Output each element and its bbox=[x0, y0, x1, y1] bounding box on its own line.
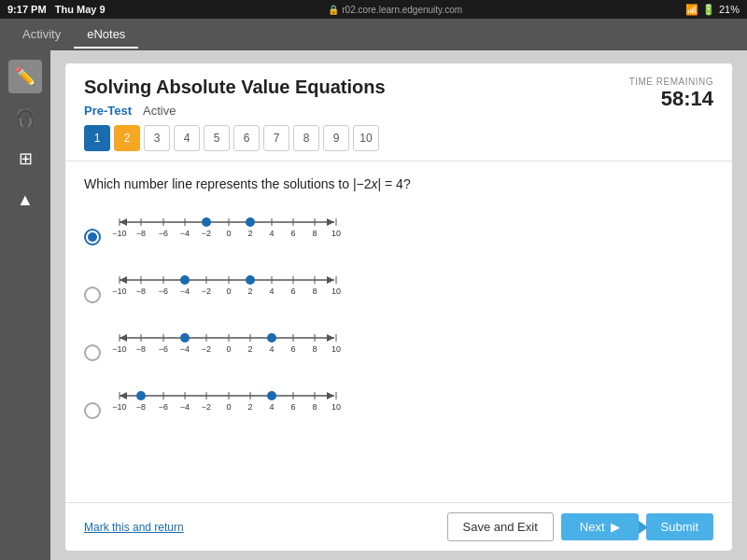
svg-text:2: 2 bbox=[247, 344, 252, 354]
option-c-row[interactable]: −10 −8 −6 −4 −2 0 bbox=[84, 324, 713, 365]
svg-text:2: 2 bbox=[247, 287, 252, 296]
tab-activity[interactable]: Activity bbox=[9, 21, 74, 49]
number-line-d-svg: −10 −8 −6 −4 −2 0 bbox=[110, 382, 344, 423]
sidebar: ✏️ 🎧 ⊞ ▲ bbox=[0, 50, 50, 560]
wifi-icon: 📶 bbox=[685, 4, 698, 16]
next-button[interactable]: Next ▶ bbox=[561, 513, 639, 540]
sidebar-grid-icon[interactable]: ⊞ bbox=[8, 142, 42, 175]
svg-text:−4: −4 bbox=[180, 287, 190, 296]
option-d-row[interactable]: −10 −8 −6 −4 −2 0 bbox=[84, 382, 713, 423]
svg-text:−2: −2 bbox=[202, 287, 211, 296]
tab-enotes[interactable]: eNotes bbox=[74, 21, 138, 49]
radio-b[interactable] bbox=[84, 287, 101, 303]
q-num-5[interactable]: 5 bbox=[204, 125, 230, 151]
svg-text:−10: −10 bbox=[112, 344, 126, 354]
number-line-c-svg: −10 −8 −6 −4 −2 0 bbox=[110, 324, 344, 365]
q-num-3[interactable]: 3 bbox=[144, 125, 170, 151]
svg-text:10: 10 bbox=[331, 229, 341, 238]
svg-text:6: 6 bbox=[290, 287, 295, 296]
q-num-9[interactable]: 9 bbox=[323, 125, 349, 151]
svg-text:−6: −6 bbox=[159, 287, 168, 296]
svg-text:−6: −6 bbox=[159, 402, 168, 412]
radio-c[interactable] bbox=[84, 344, 101, 361]
svg-marker-82 bbox=[120, 392, 127, 399]
svg-text:−4: −4 bbox=[180, 344, 190, 354]
svg-marker-83 bbox=[327, 392, 334, 399]
card-title: Solving Absolute Value Equations bbox=[84, 77, 713, 98]
svg-marker-29 bbox=[327, 276, 334, 284]
subtitle-row: Pre-Test Active bbox=[84, 104, 713, 118]
svg-text:−4: −4 bbox=[180, 229, 190, 238]
radio-d[interactable] bbox=[84, 402, 101, 419]
svg-text:8: 8 bbox=[312, 402, 317, 412]
svg-marker-28 bbox=[120, 276, 127, 284]
svg-marker-1 bbox=[120, 218, 127, 226]
submit-button[interactable]: Submit bbox=[646, 513, 713, 540]
card-footer: Mark this and return Save and Exit Next … bbox=[65, 502, 732, 551]
option-b-row[interactable]: −10 −8 −6 −4 −2 0 bbox=[84, 266, 713, 307]
pre-test-label: Pre-Test bbox=[84, 104, 132, 118]
svg-text:−2: −2 bbox=[202, 344, 211, 354]
status-url: 🔒 r02.core.learn.edgenuity.com bbox=[328, 5, 462, 15]
svg-text:−2: −2 bbox=[202, 402, 211, 412]
svg-text:10: 10 bbox=[331, 287, 341, 296]
radio-a[interactable] bbox=[84, 229, 101, 245]
svg-text:−10: −10 bbox=[112, 402, 126, 412]
svg-point-53 bbox=[246, 275, 255, 285]
sidebar-headphone-icon[interactable]: 🎧 bbox=[8, 101, 42, 134]
svg-text:6: 6 bbox=[290, 229, 295, 238]
svg-point-25 bbox=[202, 217, 211, 227]
svg-point-106 bbox=[136, 391, 146, 400]
time-value: 58:14 bbox=[629, 87, 713, 111]
svg-text:−8: −8 bbox=[136, 287, 146, 296]
svg-text:2: 2 bbox=[247, 229, 252, 238]
main-layout: ✏️ 🎧 ⊞ ▲ Solving Absolute Value Equation… bbox=[0, 50, 747, 560]
svg-marker-56 bbox=[327, 334, 334, 342]
svg-text:−8: −8 bbox=[136, 402, 146, 412]
q-num-8[interactable]: 8 bbox=[293, 125, 319, 151]
svg-text:2: 2 bbox=[247, 402, 252, 412]
time-remaining: TIME REMAINING 58:14 bbox=[629, 77, 713, 111]
question-body: Which number line represents the solutio… bbox=[65, 161, 732, 502]
next-arrow-icon: ▶ bbox=[611, 520, 620, 534]
q-num-2[interactable]: 2 bbox=[114, 125, 140, 151]
svg-text:4: 4 bbox=[269, 402, 274, 412]
q-num-6[interactable]: 6 bbox=[233, 125, 260, 151]
sidebar-up-icon[interactable]: ▲ bbox=[8, 183, 42, 217]
svg-text:−10: −10 bbox=[112, 287, 126, 296]
battery-icon: 🔋 bbox=[702, 4, 715, 16]
time-label: TIME REMAINING bbox=[629, 77, 713, 87]
number-line-b: −10 −8 −6 −4 −2 0 bbox=[110, 266, 344, 307]
save-exit-button[interactable]: Save and Exit bbox=[447, 512, 554, 541]
svg-marker-2 bbox=[327, 218, 334, 226]
svg-marker-55 bbox=[120, 334, 127, 342]
svg-text:8: 8 bbox=[312, 287, 317, 296]
svg-text:4: 4 bbox=[269, 229, 274, 238]
svg-text:−4: −4 bbox=[180, 402, 190, 412]
number-line-b-svg: −10 −8 −6 −4 −2 0 bbox=[110, 266, 344, 307]
svg-text:−10: −10 bbox=[112, 229, 126, 238]
q-num-7[interactable]: 7 bbox=[263, 125, 289, 151]
svg-text:4: 4 bbox=[269, 344, 274, 354]
number-line-c: −10 −8 −6 −4 −2 0 bbox=[110, 324, 344, 365]
footer-buttons: Save and Exit Next ▶ Submit bbox=[447, 512, 713, 541]
svg-text:−8: −8 bbox=[136, 229, 146, 238]
svg-text:4: 4 bbox=[269, 287, 274, 296]
content-area: Solving Absolute Value Equations Pre-Tes… bbox=[50, 50, 747, 560]
q-num-1[interactable]: 1 bbox=[84, 125, 110, 151]
svg-point-79 bbox=[180, 333, 190, 343]
svg-text:0: 0 bbox=[226, 402, 231, 412]
number-line-a-svg: −10 −8 −6 −4 −2 0 bbox=[110, 208, 344, 249]
top-nav: Activity eNotes bbox=[0, 19, 747, 50]
status-time: 9:17 PM Thu May 9 bbox=[7, 4, 106, 15]
q-num-10[interactable]: 10 bbox=[353, 125, 379, 151]
card-header: Solving Absolute Value Equations Pre-Tes… bbox=[65, 63, 732, 161]
sidebar-pencil-icon[interactable]: ✏️ bbox=[8, 60, 42, 93]
active-label: Active bbox=[143, 104, 176, 118]
question-text: Which number line represents the solutio… bbox=[84, 176, 713, 191]
option-a-row[interactable]: −10 −8 −6 −4 −2 0 bbox=[84, 208, 713, 249]
mark-return-link[interactable]: Mark this and return bbox=[84, 521, 184, 534]
q-num-4[interactable]: 4 bbox=[174, 125, 200, 151]
svg-text:6: 6 bbox=[290, 402, 295, 412]
svg-point-26 bbox=[246, 217, 255, 227]
